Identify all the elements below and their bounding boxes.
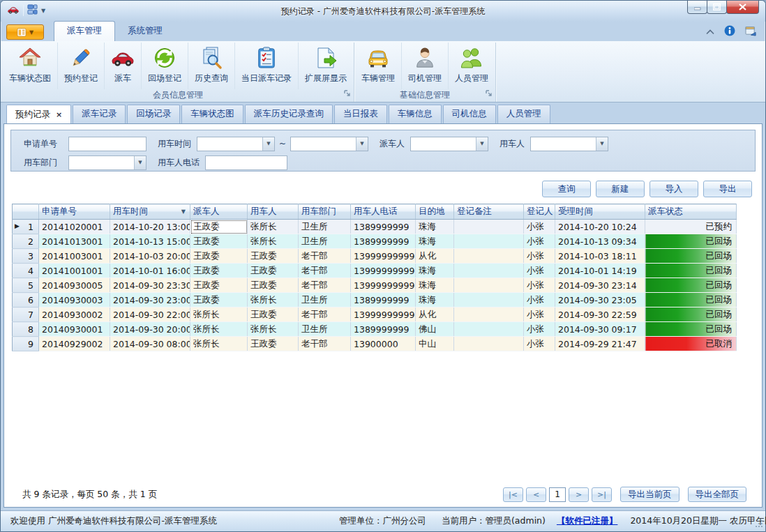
cell[interactable]: 20140930005 (39, 278, 110, 293)
cell[interactable]: 张所长 (190, 307, 248, 322)
user-select[interactable]: ▼ (530, 137, 608, 151)
export-button[interactable]: 导出 (703, 181, 752, 197)
cell[interactable]: 2014-09-30 09:17 (555, 322, 645, 337)
cell[interactable]: 1389999999 (351, 293, 416, 307)
new-button[interactable]: 新建 (596, 181, 645, 197)
doc-tab-2[interactable]: 回场记录 (127, 105, 180, 123)
cell[interactable]: 2014-09-30 23:05 (555, 293, 645, 307)
cell[interactable]: 王政委 (248, 264, 299, 278)
cell[interactable]: 20140930003 (39, 293, 110, 307)
cell[interactable]: 小张 (524, 293, 555, 307)
cell[interactable]: 张所长 (190, 322, 248, 337)
export-current-page-button[interactable]: 导出当前页 (620, 487, 679, 502)
doc-tab-1[interactable]: 派车记录 (73, 105, 126, 123)
column-header-5[interactable]: 用车人电话 (351, 204, 416, 220)
column-header-8[interactable]: 登记人 (524, 204, 555, 220)
pager-next-button[interactable]: > (569, 487, 589, 502)
info-icon[interactable] (724, 25, 735, 38)
cell[interactable]: 珠海 (416, 234, 454, 249)
column-header-4[interactable]: 用车部门 (299, 204, 351, 220)
table-row-2[interactable]: 2201410130012014-10-13 15:00王政委张所长卫生所138… (13, 234, 737, 249)
ribbon-button-history-query[interactable]: 历史查询 (188, 43, 234, 89)
cell[interactable]: 佛山 (416, 322, 454, 337)
cell[interactable]: 20141013001 (39, 234, 110, 249)
cell[interactable]: 小张 (524, 278, 555, 293)
cell[interactable]: 珠海 (416, 293, 454, 307)
cell[interactable] (454, 337, 524, 351)
doc-tab-0[interactable]: 预约记录× (6, 105, 71, 124)
column-header-1[interactable]: 用车时间▼ (110, 204, 190, 220)
cell[interactable] (454, 220, 524, 234)
cell[interactable]: 珠海 (416, 264, 454, 278)
cell[interactable]: 王政委 (190, 249, 248, 264)
cell[interactable]: 小张 (524, 322, 555, 337)
application-no-input[interactable] (68, 137, 147, 151)
dialog-launcher-icon[interactable] (344, 89, 351, 100)
status-badge[interactable]: 已回场 (645, 264, 737, 278)
pager-last-button[interactable]: >| (592, 487, 612, 502)
ribbon-button-return-register[interactable]: 回场登记 (141, 43, 188, 89)
resize-grip[interactable] (756, 519, 763, 529)
cell[interactable]: 小张 (524, 264, 555, 278)
chevron-down-icon[interactable]: ▼ (356, 137, 368, 151)
cell[interactable]: 2014-09-29 21:47 (555, 337, 645, 351)
cell[interactable]: 卫生所 (299, 322, 351, 337)
cell[interactable]: 王政委 (190, 220, 248, 234)
cell[interactable]: 2014-10-03 20:00 (110, 249, 190, 264)
close-button[interactable] (726, 1, 759, 14)
table-row-6[interactable]: 6201409300032014-09-30 23:00王政委张所长卫生所138… (13, 293, 737, 307)
cell[interactable]: 珠海 (416, 220, 454, 234)
row-header[interactable]: 3 (13, 249, 39, 264)
cell[interactable]: 13999999999 (351, 278, 416, 293)
column-header-0[interactable]: 申请单号 (39, 204, 110, 220)
cell[interactable]: 2014-10-13 15:00 (110, 234, 190, 249)
cell[interactable] (454, 293, 524, 307)
ribbon-button-dispatch[interactable]: 派车 (104, 43, 141, 89)
cell[interactable]: 卫生所 (299, 293, 351, 307)
pager-first-button[interactable]: |< (503, 487, 523, 502)
export-all-pages-button[interactable]: 导出全部页 (688, 487, 747, 502)
cell[interactable] (454, 234, 524, 249)
cell[interactable] (454, 322, 524, 337)
cell[interactable]: 张所长 (190, 337, 248, 351)
cell[interactable]: 张所长 (248, 234, 299, 249)
cell[interactable]: 王政委 (248, 278, 299, 293)
row-header[interactable]: 2 (13, 234, 39, 249)
cell[interactable]: 老干部 (299, 249, 351, 264)
cell[interactable]: 张所长 (248, 322, 299, 337)
doc-tab-7[interactable]: 司机信息 (443, 105, 496, 123)
cell[interactable]: 王政委 (190, 234, 248, 249)
minimize-button[interactable] (687, 1, 707, 14)
cell[interactable]: 王政委 (190, 278, 248, 293)
cell[interactable]: 小张 (524, 337, 555, 351)
row-header[interactable]: 4 (13, 264, 39, 278)
cell[interactable]: 小张 (524, 220, 555, 234)
table-row-7[interactable]: 7201409300022014-09-30 22:00张所长王政委老干部139… (13, 307, 737, 322)
cell[interactable]: 2014-10-01 14:19 (555, 264, 645, 278)
cell[interactable]: 珠海 (416, 278, 454, 293)
cell[interactable]: 13999999999 (351, 249, 416, 264)
doc-tab-5[interactable]: 当日报表 (334, 105, 387, 123)
cell[interactable]: 老干部 (299, 278, 351, 293)
cell[interactable]: 王政委 (248, 337, 299, 351)
cell[interactable]: 20140930001 (39, 322, 110, 337)
cell[interactable]: 20140929002 (39, 337, 110, 351)
chevron-down-icon[interactable]: ▼ (262, 137, 274, 151)
cell[interactable]: 张所长 (248, 220, 299, 234)
cell[interactable]: 小张 (524, 234, 555, 249)
table-row-5[interactable]: 5201409300052014-09-30 23:30王政委王政委老干部139… (13, 278, 737, 293)
status-badge[interactable]: 已预约 (645, 220, 737, 234)
maximize-button[interactable] (707, 1, 727, 14)
status-badge[interactable]: 已取消 (645, 337, 737, 351)
ribbon-tab-dispatch-management[interactable]: 派车管理 (54, 21, 115, 41)
column-header-9[interactable]: 受理时间 (555, 204, 645, 220)
status-badge[interactable]: 已回场 (645, 249, 737, 264)
ribbon-button-extended-screen[interactable]: 扩展屏显示 (298, 43, 353, 89)
row-header[interactable]: 8 (13, 322, 39, 337)
table-row-1[interactable]: 1▶201410200012014-10-20 13:00王政委张所长卫生所13… (13, 220, 737, 234)
cell[interactable]: 老干部 (299, 307, 351, 322)
cell[interactable]: 王政委 (248, 249, 299, 264)
ribbon-button-vehicle-status-map[interactable]: 车辆状态图 (3, 43, 57, 89)
ribbon-tab-system-management[interactable]: 系统管理 (115, 22, 175, 41)
cell[interactable] (454, 264, 524, 278)
